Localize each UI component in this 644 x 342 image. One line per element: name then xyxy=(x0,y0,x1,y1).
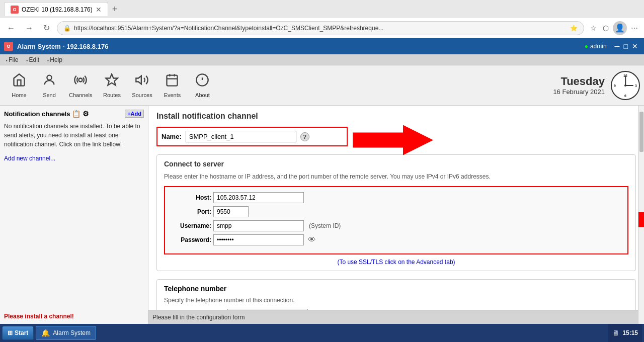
routes-icon xyxy=(105,73,119,90)
hour-hand xyxy=(625,85,633,86)
clock-num-3: 3 xyxy=(635,83,637,87)
address-text[interactable]: https://localhost:9515/Alarm+System/?a=N… xyxy=(74,25,567,32)
lock-icon: 🔒 xyxy=(63,25,71,32)
clock-day: Tuesday xyxy=(553,75,605,88)
svg-point-0 xyxy=(47,75,51,79)
app-title: Alarm System - 192.168.8.176 xyxy=(17,43,585,50)
install-warning: Please install a channel! xyxy=(4,313,144,320)
events-icon xyxy=(165,73,179,90)
tab-favicon: O xyxy=(11,6,19,14)
svg-marker-11 xyxy=(353,125,433,155)
clock-face: 12 3 6 9 xyxy=(611,71,640,100)
start-icon: ⊞ xyxy=(8,329,13,336)
reload-button[interactable]: ↻ xyxy=(40,21,53,35)
new-tab-button[interactable]: + xyxy=(112,4,118,15)
about-label: About xyxy=(195,92,210,98)
add-button[interactable]: +Add xyxy=(125,110,144,118)
collections-icon[interactable]: ⬡ xyxy=(601,21,611,35)
add-new-channel-link[interactable]: Add new channel... xyxy=(4,155,144,162)
channels-label: Channels xyxy=(69,92,92,98)
about-toolbar-button[interactable]: About xyxy=(187,68,217,103)
taskbar-app-label: Alarm System xyxy=(53,329,91,336)
scrollbar-thumb[interactable] xyxy=(639,112,643,152)
send-label: Send xyxy=(43,92,56,98)
send-toolbar-button[interactable]: Send xyxy=(34,68,64,103)
name-arrow-indicator xyxy=(353,122,433,159)
close-button[interactable]: ✕ xyxy=(630,42,640,50)
name-input[interactable] xyxy=(186,131,296,142)
maximize-button[interactable]: □ xyxy=(622,42,630,50)
name-field-container: Name: ? xyxy=(156,127,348,146)
username-label: admin xyxy=(590,43,607,50)
host-input[interactable] xyxy=(213,192,304,203)
telephone-title: Telephone number xyxy=(164,285,628,293)
star-icon[interactable]: ⭐ xyxy=(570,25,578,32)
online-indicator: ● xyxy=(585,43,588,50)
start-button[interactable]: ⊞ Start xyxy=(2,326,34,340)
telephone-description: Specify the telephone number of this con… xyxy=(164,297,628,304)
username-input[interactable] xyxy=(213,220,304,231)
routes-label: Routes xyxy=(103,92,121,98)
about-icon xyxy=(195,73,209,90)
password-toggle-button[interactable]: 👁 xyxy=(308,235,316,244)
menu-button[interactable]: ⋯ xyxy=(629,21,640,35)
connect-section: Connect to server Please enter the hostn… xyxy=(156,154,636,271)
system-id-hint: (System ID) xyxy=(309,222,341,229)
svg-rect-4 xyxy=(167,75,178,86)
clock-center xyxy=(624,84,626,87)
routes-toolbar-button[interactable]: Routes xyxy=(97,68,127,103)
connect-description: Please enter the hostname or IP address,… xyxy=(164,172,628,181)
svg-marker-2 xyxy=(106,74,118,85)
minimize-button[interactable]: ─ xyxy=(613,42,622,50)
back-button[interactable]: ← xyxy=(4,22,18,35)
file-menu[interactable]: File xyxy=(2,55,22,64)
profile-button[interactable]: 👤 xyxy=(613,21,627,35)
tab-close-button[interactable]: ✕ xyxy=(96,6,102,14)
sidebar-title-text: Notification channels xyxy=(4,110,70,118)
port-input[interactable] xyxy=(213,206,249,217)
taskbar-time: 15:15 xyxy=(622,329,638,336)
minute-hand xyxy=(625,75,626,86)
channels-toolbar-button[interactable]: Channels xyxy=(64,68,97,103)
status-message: Please fill in the configuration form xyxy=(152,314,640,321)
svg-marker-3 xyxy=(136,75,142,83)
taskbar: ⊞ Start 🔔 Alarm System 🖥 15:15 xyxy=(0,324,644,342)
tab-title: OZEKI 10 (192.168.8.176) xyxy=(22,6,93,13)
name-info-button[interactable]: ? xyxy=(300,132,309,141)
port-label: Port: xyxy=(171,208,211,215)
forward-button[interactable]: → xyxy=(22,22,36,35)
send-icon xyxy=(42,73,56,90)
status-bar: Please fill in the configuration form xyxy=(148,310,644,324)
password-label: Password: xyxy=(171,236,211,243)
taskbar-app-icon: 🔔 xyxy=(41,329,50,337)
sources-label: Sources xyxy=(132,92,152,98)
home-toolbar-button[interactable]: Home xyxy=(4,68,34,103)
sources-toolbar-button[interactable]: Sources xyxy=(127,68,157,103)
edit-menu[interactable]: Edit xyxy=(22,55,43,64)
help-menu[interactable]: Help xyxy=(43,55,66,64)
username-label: Username: xyxy=(171,222,211,229)
no-channels-text: No notification channels are installed. … xyxy=(4,122,144,149)
start-label: Start xyxy=(15,329,28,336)
connect-title: Connect to server xyxy=(164,160,628,168)
settings-icon: ⚙ xyxy=(83,110,89,118)
home-icon xyxy=(12,73,26,90)
bookmark-icon[interactable]: ☆ xyxy=(588,21,599,35)
events-toolbar-button[interactable]: Events xyxy=(157,68,187,103)
tray-monitor-icon: 🖥 xyxy=(612,329,619,337)
clock-num-6: 6 xyxy=(624,94,626,98)
clock-num-9: 9 xyxy=(614,83,616,87)
password-input[interactable] xyxy=(213,234,304,245)
sources-icon xyxy=(135,73,149,90)
telephone-section: Telephone number Specify the telephone n… xyxy=(156,279,636,310)
name-label: Name: xyxy=(162,133,182,140)
app-favicon: O xyxy=(4,42,13,51)
svg-point-1 xyxy=(79,78,83,81)
scrollbar-track[interactable] xyxy=(638,106,644,324)
clock-date: 16 February 2021 xyxy=(553,88,605,96)
server-fields-container: Host: Port: Username: xyxy=(164,186,628,254)
taskbar-app-button[interactable]: 🔔 Alarm System xyxy=(36,326,96,340)
copy-icon: 📋 xyxy=(72,110,80,118)
page-title: Install notification channel xyxy=(156,112,636,121)
host-label: Host: xyxy=(171,194,211,201)
